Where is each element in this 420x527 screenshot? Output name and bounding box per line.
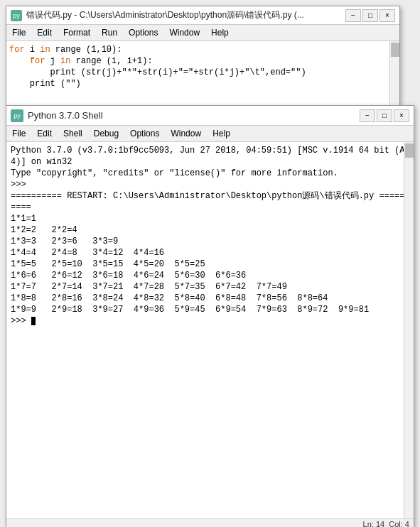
shell-scrollbar-thumb[interactable] xyxy=(405,143,414,158)
shell-result-9: 1*9=9 2*9=18 3*9=27 4*9=36 5*9=45 6*9=54… xyxy=(11,304,409,315)
shell-result-6: 1*6=6 2*6=12 3*6=18 4*6=24 5*6=30 6*6=36 xyxy=(11,270,409,281)
shell-menu-file[interactable]: File xyxy=(6,127,31,140)
shell-output-2: 4)] on win32 xyxy=(11,156,409,168)
editor-line-2: for j in range (i, i+1): xyxy=(9,55,397,67)
editor-window: py 错误代码.py - C:\Users\Administrator\Desk… xyxy=(6,6,400,106)
shell-status-ln: Ln: 14 xyxy=(363,520,385,527)
shell-menu-shell[interactable]: Shell xyxy=(58,127,88,140)
editor-controls: − □ × xyxy=(345,9,395,22)
shell-maximize-button[interactable]: □ xyxy=(377,109,392,122)
shell-controls: − □ × xyxy=(360,109,409,122)
editor-line-1: for i in range (1,10): xyxy=(9,44,397,55)
shell-cursor xyxy=(31,317,36,325)
editor-line-4: print ("") xyxy=(9,78,397,89)
shell-result-7: 1*7=7 2*7=14 3*7=21 4*7=28 5*7=35 6*7=42… xyxy=(11,281,409,293)
editor-icon-label: py xyxy=(13,12,20,19)
shell-restart-2: ==== xyxy=(11,202,409,213)
shell-window: py Python 3.7.0 Shell − □ × File Edit Sh… xyxy=(6,105,414,527)
editor-menu-window[interactable]: Window xyxy=(163,26,205,39)
editor-icon: py xyxy=(11,10,22,21)
shell-close-button[interactable]: × xyxy=(394,109,409,122)
shell-result-5: 1*5=5 2*5=10 3*5=15 4*5=20 5*5=25 xyxy=(11,259,409,270)
editor-minimize-button[interactable]: − xyxy=(345,9,361,22)
shell-content: Python 3.7.0 (v3.7.0:1bf9cc5093, Jun 27 … xyxy=(6,142,414,518)
editor-scrollbar-thumb[interactable] xyxy=(391,43,399,57)
shell-output-3: Type "copyright", "credits" or "license(… xyxy=(11,168,409,179)
shell-titlebar: py Python 3.7.0 Shell − □ × xyxy=(6,106,414,126)
editor-maximize-button[interactable]: □ xyxy=(362,9,378,22)
editor-menu-edit[interactable]: Edit xyxy=(31,26,58,39)
editor-scrollbar[interactable] xyxy=(389,41,399,105)
shell-icon: py xyxy=(11,109,23,122)
editor-menu-bar: File Edit Format Run Options Window Help xyxy=(6,25,399,41)
shell-result-8: 1*8=8 2*8=16 3*8=24 4*8=32 5*8=40 6*8=48… xyxy=(11,293,409,304)
shell-icon-label: py xyxy=(14,112,21,119)
shell-status-col: Col: 4 xyxy=(389,520,409,527)
shell-minimize-button[interactable]: − xyxy=(360,109,375,122)
editor-title: 错误代码.py - C:\Users\Administrator\Desktop… xyxy=(26,9,345,21)
shell-result-1: 1*1=1 xyxy=(11,213,409,224)
shell-statusbar: Ln: 14 Col: 4 xyxy=(6,518,414,527)
editor-line-3: print (str(j)+"*"+str(i)+"="+str(i*j)+"\… xyxy=(9,67,397,78)
shell-prompt-2[interactable]: >>> xyxy=(11,315,409,327)
shell-result-4: 1*4=4 2*4=8 3*4=12 4*4=16 xyxy=(11,247,409,259)
shell-menu-debug[interactable]: Debug xyxy=(88,127,124,140)
shell-menu-help[interactable]: Help xyxy=(207,127,236,140)
shell-prompt-1[interactable]: >>> xyxy=(11,179,409,190)
shell-restart-1: ========== RESTART: C:\Users\Administrat… xyxy=(11,190,409,202)
shell-result-3: 1*3=3 2*3=6 3*3=9 xyxy=(11,236,409,247)
shell-result-2: 1*2=2 2*2=4 xyxy=(11,224,409,236)
shell-scrollbar[interactable] xyxy=(404,142,414,518)
editor-menu-run[interactable]: Run xyxy=(96,26,123,39)
editor-menu-options[interactable]: Options xyxy=(123,26,163,39)
editor-menu-format[interactable]: Format xyxy=(58,26,96,39)
editor-titlebar: py 错误代码.py - C:\Users\Administrator\Desk… xyxy=(6,6,399,25)
editor-close-button[interactable]: × xyxy=(379,9,395,22)
shell-menu-window[interactable]: Window xyxy=(165,127,207,140)
shell-output-1: Python 3.7.0 (v3.7.0:1bf9cc5093, Jun 27 … xyxy=(11,145,409,156)
editor-content: for i in range (1,10): for j in range (i… xyxy=(6,41,399,105)
shell-menu-edit[interactable]: Edit xyxy=(31,127,58,140)
shell-title: Python 3.7.0 Shell xyxy=(28,110,360,121)
shell-menu-bar: File Edit Shell Debug Options Window Hel… xyxy=(6,126,414,142)
editor-menu-file[interactable]: File xyxy=(6,26,31,39)
editor-menu-help[interactable]: Help xyxy=(205,26,235,39)
shell-menu-options[interactable]: Options xyxy=(124,127,165,140)
